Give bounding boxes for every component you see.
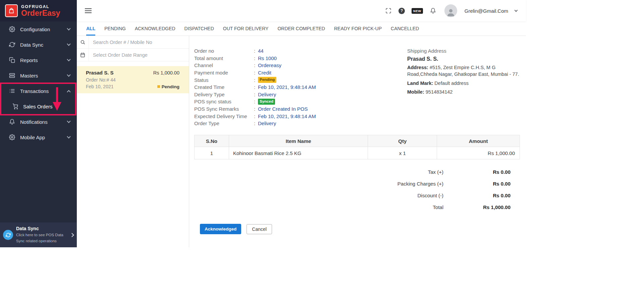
shipping-title: Shipping Address <box>407 48 524 54</box>
datasync-panel[interactable]: Data Sync Click here to see POS Data Syn… <box>0 222 77 247</box>
detail-row-total-amount: Total amount:Rs 1000 <box>194 55 316 62</box>
help-icon[interactable]: ? <box>398 8 405 14</box>
pending-dot-icon <box>157 85 160 88</box>
sidebar-item-label: Mobile App <box>20 135 63 140</box>
total-row-tax: Tax (+)Rs 0.00 <box>194 166 520 178</box>
total-row-packing-charges: Packing Charges (+)Rs 0.00 <box>194 178 520 190</box>
tab-cancelled[interactable]: CANCELLED <box>391 21 419 36</box>
sidebar-item-label: Transactions <box>20 88 63 94</box>
sidebar-item-transactions[interactable]: Transactions <box>0 83 77 99</box>
chevron-down-icon[interactable] <box>515 8 518 12</box>
sync-icon <box>9 41 15 48</box>
datasync-line2: Sync related operations <box>16 238 67 244</box>
sidebar-item-masters[interactable]: Masters <box>0 68 77 83</box>
sidebar-item-sales-orders[interactable]: Sales Orders <box>0 99 77 114</box>
acknowledged-button[interactable]: Acknowledged <box>200 224 241 234</box>
topbar: ? NEW Grelin@Gmail.Com <box>77 0 526 21</box>
order-status: Pending <box>157 84 179 89</box>
reports-icon <box>9 57 15 63</box>
tab-all[interactable]: ALL <box>86 21 95 36</box>
search-input[interactable] <box>89 36 189 48</box>
menu-icon[interactable] <box>85 8 92 13</box>
cell-sno: 1 <box>195 147 229 159</box>
cloud-sync-icon <box>3 230 13 240</box>
status-badge: Pending <box>258 77 276 83</box>
sidebar-item-label: Sales Orders <box>23 104 77 109</box>
sidebar-item-notifications[interactable]: Notifications <box>0 114 77 130</box>
shipping-mobile-line: Mobile: 9514834142 <box>407 89 524 95</box>
order-status-tabs: ALL PENDING ACKNOWLEDGED DISPATCHED OUT … <box>77 21 526 36</box>
tab-pending[interactable]: PENDING <box>104 21 126 36</box>
tab-acknowledged[interactable]: ACKNOWLEDGED <box>135 21 175 36</box>
order-detail-panel: Order no:44 Total amount:Rs 1000 Channel… <box>189 36 526 247</box>
order-customer-name: Prasad S. S <box>86 70 114 75</box>
tab-order-completed[interactable]: ORDER COMPLETED <box>277 21 325 36</box>
total-row-discount: Discount (-)Rs 0.00 <box>194 190 520 201</box>
order-items-table: S.No Item Name Qty Amount 1 Kohinoor Bas… <box>194 135 520 159</box>
sidebar-nav: Configuration Data Sync Reports <box>0 21 77 145</box>
brand-text: GOFRUGAL OrderEasy <box>21 4 60 17</box>
avatar[interactable] <box>444 4 457 17</box>
brand-product-name: OrderEasy <box>21 9 60 17</box>
user-email[interactable]: Grelin@Gmail.Com <box>465 8 508 14</box>
shipping-address-line: Address: #515, Zest Empire C.H.S, M G Ro… <box>407 64 524 78</box>
col-header-amount: Amount <box>437 135 520 147</box>
detail-row-order-type: Order Type:Delivery <box>194 120 316 127</box>
order-card-bottom: Feb 10, 2021 Pending <box>86 84 179 89</box>
shipping-address: Shipping Address Prasad S. S. Address: #… <box>407 48 524 95</box>
chevron-down-icon <box>67 57 70 61</box>
datasync-text: Data Sync Click here to see POS Data Syn… <box>16 226 67 244</box>
list-icon <box>9 88 15 94</box>
detail-row-payment-mode: Payment mode:Credit <box>194 69 316 77</box>
detail-row-expected-delivery-time: Expected Delivery Time:Feb 10, 2021, 9:4… <box>194 112 316 120</box>
chevron-up-icon <box>67 90 70 94</box>
chevron-down-icon <box>67 73 70 77</box>
masters-icon <box>9 72 15 79</box>
table-row: 1 Kohinoor Basmati Rice 2.5 KG x 1 Rs 1,… <box>195 147 520 159</box>
order-card-top: Prasad S. S Rs 1,000.00 <box>86 70 179 75</box>
detail-row-order-no: Order no:44 <box>194 47 316 55</box>
sidebar: GOFRUGAL OrderEasy Configuration Data Sy… <box>0 0 77 247</box>
cell-amount: Rs 1,000.00 <box>437 147 520 159</box>
order-status-label: Pending <box>162 84 179 89</box>
tab-out-for-delivery[interactable]: OUT FOR DELIVERY <box>223 21 269 36</box>
chevron-down-icon <box>67 42 70 46</box>
brand-logo: GOFRUGAL OrderEasy <box>0 0 77 21</box>
order-details: Order no:44 Total amount:Rs 1000 Channel… <box>194 47 316 127</box>
detail-row-pos-sync-status: POS sync status:Synced <box>194 98 316 105</box>
new-badge[interactable]: NEW <box>412 8 423 14</box>
sidebar-item-label: Reports <box>20 57 63 63</box>
sidebar-item-reports[interactable]: Reports <box>0 52 77 68</box>
datasync-title: Data Sync <box>16 226 67 231</box>
sidebar-item-mobile-app[interactable]: Mobile App <box>0 130 77 145</box>
sidebar-item-label: Notifications <box>20 119 63 125</box>
ordereasy-app: GOFRUGAL OrderEasy Configuration Data Sy… <box>0 0 526 247</box>
sidebar-item-configuration[interactable]: Configuration <box>0 21 77 37</box>
shipping-name: Prasad S. S. <box>407 56 524 62</box>
cell-item-name: Kohinoor Basmati Rice 2.5 KG <box>229 147 368 159</box>
sidebar-item-data-sync[interactable]: Data Sync <box>0 37 77 52</box>
table-header-row: S.No Item Name Qty Amount <box>195 135 520 147</box>
chevron-down-icon <box>67 135 70 138</box>
search-icon <box>77 36 89 48</box>
brand-name: GOFRUGAL <box>21 4 60 9</box>
bell-icon <box>9 118 15 125</box>
order-amount: Rs 1,000.00 <box>153 70 179 75</box>
cancel-button[interactable]: Cancel <box>247 224 272 234</box>
cart-icon <box>12 103 19 110</box>
order-list-item[interactable]: Prasad S. S Rs 1,000.00 Order No:# 44 Fe… <box>77 66 189 93</box>
detail-row-delivery-type: Delivery Type:Delivery <box>194 91 316 98</box>
order-date: Feb 10, 2021 <box>86 84 114 89</box>
sidebar-item-label: Data Sync <box>20 42 63 48</box>
bell-icon[interactable] <box>430 7 436 14</box>
date-range-input[interactable] <box>89 49 189 61</box>
tab-dispatched[interactable]: DISPATCHED <box>184 21 214 36</box>
col-header-sno: S.No <box>195 135 229 147</box>
gear-icon <box>9 26 15 33</box>
fullscreen-icon[interactable] <box>385 7 392 14</box>
calendar-icon <box>77 49 89 61</box>
datasync-line1: Click here to see POS Data <box>16 232 67 238</box>
topbar-right: ? NEW Grelin@Gmail.Com <box>385 4 517 17</box>
gofrugal-bag-icon <box>5 4 18 17</box>
tab-ready-for-pick-up[interactable]: READY FOR PICK-UP <box>334 21 382 36</box>
